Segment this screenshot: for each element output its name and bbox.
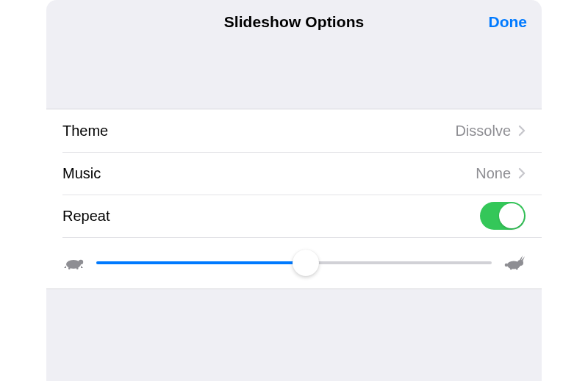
svg-point-6 bbox=[505, 264, 509, 267]
sheet-header: Slideshow Options Done bbox=[46, 0, 542, 44]
music-row[interactable]: Music None bbox=[46, 152, 542, 195]
speed-slider-row bbox=[46, 237, 542, 289]
svg-rect-3 bbox=[76, 267, 79, 269]
options-list: Theme Dissolve Music None Repeat bbox=[46, 109, 542, 289]
svg-rect-2 bbox=[68, 267, 71, 269]
repeat-toggle[interactable] bbox=[480, 202, 526, 230]
repeat-row: Repeat bbox=[46, 195, 542, 237]
music-label: Music bbox=[62, 165, 476, 182]
slider-thumb[interactable] bbox=[293, 250, 319, 276]
chevron-right-icon bbox=[518, 167, 526, 179]
sheet-title: Slideshow Options bbox=[224, 13, 365, 31]
chevron-right-icon bbox=[518, 125, 526, 137]
slider-fill bbox=[96, 261, 306, 264]
done-button[interactable]: Done bbox=[489, 0, 528, 44]
music-value: None bbox=[476, 165, 511, 182]
svg-rect-7 bbox=[510, 267, 512, 270]
theme-label: Theme bbox=[62, 123, 455, 139]
footer-spacer bbox=[46, 289, 542, 348]
repeat-label: Repeat bbox=[62, 208, 480, 225]
header-spacer bbox=[46, 44, 542, 109]
svg-rect-8 bbox=[516, 267, 518, 270]
toggle-knob bbox=[499, 203, 524, 228]
svg-point-0 bbox=[66, 260, 81, 269]
theme-value: Dissolve bbox=[455, 123, 511, 139]
svg-point-1 bbox=[79, 260, 83, 264]
slideshow-options-sheet: Slideshow Options Done Theme Dissolve Mu… bbox=[46, 0, 542, 381]
speed-slider[interactable] bbox=[96, 250, 492, 276]
turtle-icon bbox=[62, 255, 85, 270]
theme-row[interactable]: Theme Dissolve bbox=[46, 109, 542, 152]
rabbit-icon bbox=[503, 255, 526, 271]
